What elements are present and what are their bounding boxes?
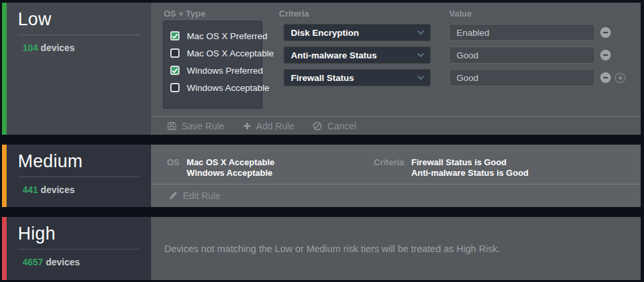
- remove-rule-button[interactable]: [600, 72, 611, 83]
- tier-medium-rule-summary: OS Mac OS X Acceptable Windows Acceptabl…: [151, 145, 641, 207]
- os-option-label: Mac OS X Acceptable: [187, 48, 274, 58]
- divider: [18, 176, 140, 177]
- divider: [18, 35, 140, 35]
- rule-summary-row: OS Mac OS X Acceptable Windows Acceptabl…: [151, 157, 641, 178]
- criteria-summary: Criteria Firewall Status is Good Anti-ma…: [374, 157, 529, 178]
- tier-medium-device-count: 441devices: [18, 184, 151, 195]
- os-option-row[interactable]: Mac OS X Acceptable: [170, 44, 262, 62]
- tier-high-device-count: 4657devices: [18, 257, 151, 267]
- remove-rule-button[interactable]: [600, 50, 611, 60]
- divider: [18, 249, 140, 249]
- cancel-button[interactable]: Cancel: [313, 121, 356, 131]
- cancel-label: Cancel: [327, 121, 356, 131]
- checkmark-icon: [172, 68, 178, 74]
- minus-icon: [602, 74, 609, 81]
- high-risk-note: Devices not matching the Low or Medium r…: [164, 217, 621, 280]
- criteria-dropdown-value: Firewall Status: [291, 73, 417, 83]
- os-option-checkbox-1[interactable]: [170, 48, 180, 58]
- criteria-dropdown-0[interactable]: Disk Encryption: [284, 24, 431, 41]
- criteria-dropdown-2[interactable]: Firewall Status: [284, 69, 431, 86]
- chevron-down-icon: [417, 30, 425, 35]
- checkmark-icon: [172, 33, 178, 39]
- os-option-label: Windows Acceptable: [187, 83, 270, 93]
- device-count-label: devices: [40, 184, 74, 195]
- criteria-dropdown-1[interactable]: Anti-malware Status: [284, 46, 431, 64]
- os-option-label: Mac OS X Preferred: [187, 31, 268, 41]
- device-count-label: devices: [46, 257, 80, 267]
- rule-row: Firewall Status: [284, 69, 625, 86]
- edit-rule-label: Edit Rule: [183, 190, 221, 201]
- os-type-listbox: Mac OS X Preferred Mac OS X Acceptable W…: [163, 21, 262, 109]
- criteria-column-header: Criteria: [279, 9, 309, 19]
- save-rule-button[interactable]: Save Rule: [167, 121, 225, 131]
- rule-row: Anti-malware Status: [284, 46, 611, 64]
- criteria-dropdown-value: Anti-malware Status: [291, 50, 417, 60]
- criteria-summary-label: Criteria: [374, 157, 404, 178]
- add-rule-button[interactable]: Add Rule: [243, 121, 295, 131]
- criteria-summary-values: Firewall Status is Good Anti-malware Sta…: [411, 157, 529, 178]
- os-option-label: Windows Preferred: [187, 66, 263, 76]
- tier-low-title: Low: [18, 9, 151, 30]
- os-option-row[interactable]: Windows Acceptable: [170, 79, 262, 96]
- criteria-dropdown-value: Disk Encryption: [291, 28, 417, 38]
- tier-low: Low 104devices OS + Type Criteria Value …: [2, 3, 641, 135]
- os-option-checkbox-2[interactable]: [170, 66, 180, 75]
- os-type-column-header: OS + Type: [164, 9, 205, 19]
- plus-icon: [617, 75, 623, 81]
- chevron-down-icon: [417, 52, 425, 58]
- device-count-number: 441: [23, 184, 38, 195]
- tier-low-device-count: 104devices: [18, 42, 151, 53]
- remove-rule-button[interactable]: [600, 27, 611, 38]
- value-column-header: Value: [449, 9, 472, 19]
- os-option-row[interactable]: Windows Preferred: [170, 62, 262, 79]
- chevron-down-icon: [417, 75, 425, 80]
- tier-medium-title: Medium: [18, 151, 151, 172]
- os-summary-values: Mac OS X Acceptable Windows Acceptable: [187, 157, 274, 178]
- cancel-icon: [313, 121, 322, 131]
- value-input-0[interactable]: [449, 24, 595, 41]
- pencil-icon: [168, 191, 178, 200]
- add-rule-label: Add Rule: [256, 121, 295, 131]
- tier-low-header: Low 104devices: [7, 3, 151, 135]
- os-summary-value: Mac OS X Acceptable: [187, 157, 274, 168]
- plus-icon: [243, 122, 251, 130]
- os-option-checkbox-0[interactable]: [170, 31, 180, 40]
- os-option-checkbox-3[interactable]: [170, 83, 180, 92]
- tier-high-body: Devices not matching the Low or Medium r…: [151, 217, 641, 280]
- tier-high: High 4657devices Devices not matching th…: [2, 217, 641, 280]
- save-icon: [167, 121, 176, 131]
- os-summary-label: OS: [167, 157, 180, 178]
- device-count-number: 104: [23, 42, 38, 53]
- save-rule-label: Save Rule: [182, 121, 225, 131]
- summary-footer: Edit Rule: [168, 184, 221, 206]
- add-criteria-button[interactable]: [615, 73, 625, 83]
- minus-icon: [602, 52, 609, 58]
- editor-footer: Save Rule Add Rule Cancel: [167, 117, 356, 135]
- value-input-1[interactable]: [449, 46, 595, 64]
- criteria-summary-value: Anti-malware Status is Good: [411, 168, 529, 178]
- device-count-number: 4657: [23, 257, 43, 267]
- tier-low-rule-editor: OS + Type Criteria Value Mac OS X Prefer…: [151, 3, 641, 135]
- device-count-label: devices: [40, 42, 74, 53]
- os-summary-value: Windows Acceptable: [187, 168, 274, 178]
- tier-high-title: High: [18, 224, 151, 244]
- edit-rule-button[interactable]: Edit Rule: [168, 190, 221, 201]
- os-summary: OS Mac OS X Acceptable Windows Acceptabl…: [167, 157, 274, 178]
- criteria-summary-value: Firewall Status is Good: [411, 157, 529, 168]
- rule-row: Disk Encryption: [284, 24, 611, 41]
- tier-high-header: High 4657devices: [7, 217, 151, 280]
- divider: [151, 184, 641, 184]
- tier-medium-header: Medium 441devices: [7, 145, 151, 207]
- os-option-row[interactable]: Mac OS X Preferred: [170, 27, 262, 44]
- tier-medium: Medium 441devices OS Mac OS X Acceptable…: [2, 145, 641, 207]
- minus-icon: [602, 29, 609, 36]
- value-input-2[interactable]: [449, 69, 595, 86]
